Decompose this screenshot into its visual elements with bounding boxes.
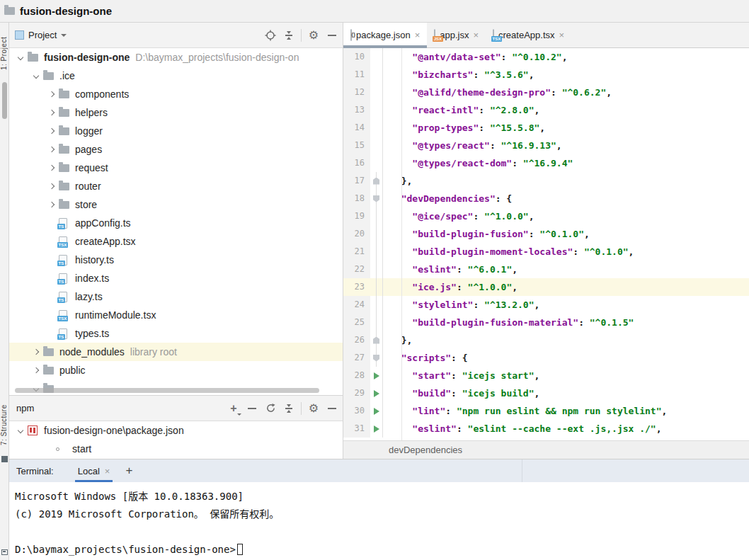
run-script-icon[interactable]: [374, 390, 379, 397]
code-line-29: 29 "build": "icejs build",: [343, 384, 749, 402]
line-number: 30: [343, 402, 370, 420]
fold-up-icon[interactable]: [373, 337, 379, 344]
new-terminal-icon[interactable]: +: [125, 464, 132, 478]
breadcrumb-item[interactable]: devDependencies: [389, 445, 462, 455]
gutter-marker-cell: [370, 296, 383, 314]
tree-row-appConfig.ts[interactable]: TSappConfig.ts: [9, 214, 343, 232]
code-text: },: [383, 331, 749, 349]
chevron-down-icon[interactable]: [18, 428, 23, 433]
breadcrumb[interactable]: devDependencies: [343, 440, 749, 459]
code-editor[interactable]: 10 "@antv/data-set": "^0.10.2",11 "bizch…: [343, 48, 749, 440]
tree-item-label: pages: [75, 144, 102, 155]
project-dropdown-icon[interactable]: [61, 34, 67, 37]
stripe-scroll-thumb[interactable]: [2, 82, 7, 119]
chevron-right-icon[interactable]: [49, 183, 55, 189]
tree-row-history.ts[interactable]: TShistory.ts: [9, 251, 343, 269]
tree-row-router[interactable]: router: [9, 177, 343, 195]
tree-item-label: components: [75, 88, 129, 100]
terminal-output[interactable]: Microsoft Windows [版本 10.0.18363.900](c)…: [9, 482, 749, 559]
run-script-icon[interactable]: [374, 372, 379, 379]
terminal-stripe-icon[interactable]: [1, 549, 8, 555]
code-line-24: 24 "stylelint": "^13.2.0",: [343, 296, 749, 314]
tree-row-node_modules[interactable]: node_moduleslibrary root: [9, 343, 343, 361]
code-text: "eslint": "eslint --cache --ext .js,.jsx…: [383, 420, 749, 438]
editor-tab-app.jsx[interactable]: JSXapp.jsx×: [427, 23, 486, 47]
chevron-right-icon[interactable]: [49, 165, 55, 171]
stripe-project-button[interactable]: 1: Project: [0, 28, 9, 78]
add-script-icon[interactable]: +: [226, 401, 241, 416]
run-script-icon[interactable]: [374, 425, 379, 433]
close-icon[interactable]: ×: [473, 30, 479, 40]
tree-row-fusion-design-one[interactable]: fusion-design-oneD:\baymax_projects\fusi…: [9, 48, 343, 67]
code-line-17: 17 },: [343, 172, 749, 190]
tree-row-helpers[interactable]: helpers: [9, 103, 343, 122]
chevron-right-icon[interactable]: [49, 202, 55, 207]
chevron-cell: [29, 368, 43, 372]
stripe-structure-button[interactable]: 7: Structure: [0, 396, 9, 453]
tree-row-createApp.tsx[interactable]: TSXcreateApp.tsx: [9, 232, 343, 251]
chevron-right-icon[interactable]: [49, 128, 55, 134]
tree-row-.ice[interactable]: .ice: [9, 67, 343, 85]
refresh-icon[interactable]: [263, 401, 278, 416]
settings-gear-icon[interactable]: ⚙: [306, 28, 321, 43]
chevron-down-icon[interactable]: [33, 73, 39, 79]
project-panel-title[interactable]: Project: [28, 30, 57, 40]
npm-icon-cell: [28, 425, 42, 435]
title-bar: fusion-design-one: [0, 0, 749, 23]
code-text: },: [383, 172, 749, 190]
horizontal-scrollbar[interactable]: [15, 388, 319, 393]
npm-root-row[interactable]: fusion-design-one\package.json: [9, 421, 343, 440]
fold-up-icon[interactable]: [373, 178, 379, 185]
structure-icon[interactable]: [1, 456, 8, 462]
collapse-all-icon[interactable]: [281, 401, 297, 416]
chevron-right-icon[interactable]: [33, 367, 39, 373]
tree-item-label: .ice: [59, 70, 75, 81]
fold-down-icon[interactable]: [373, 355, 379, 362]
code-line-11: 11 "bizcharts": "^3.5.6",: [343, 66, 749, 84]
run-script-icon[interactable]: [374, 408, 379, 415]
ts-file-icon: TS: [59, 218, 67, 229]
settings-gear-icon[interactable]: ⚙: [306, 401, 321, 416]
close-icon[interactable]: ×: [559, 30, 565, 40]
code-text: "@antv/data-set": "^0.10.2",: [383, 48, 749, 66]
terminal-cursor: [237, 544, 243, 555]
fold-down-icon[interactable]: [373, 195, 379, 202]
close-icon[interactable]: ×: [105, 466, 110, 476]
chevron-cell: [45, 184, 59, 188]
code-line-26: 26 },: [343, 331, 749, 349]
tab-icon-cell: {}: [350, 30, 352, 40]
tree-row-runtimeModule.tsx[interactable]: TSXruntimeModule.tsx: [9, 306, 343, 324]
line-number: 10: [343, 48, 370, 66]
ts-file-icon: TS: [59, 273, 67, 284]
remove-script-icon[interactable]: [244, 401, 260, 416]
tree-row-pages[interactable]: pages: [9, 140, 343, 159]
tree-row-index.ts[interactable]: TSindex.ts: [9, 269, 343, 287]
folder-icon: [59, 109, 69, 117]
hide-panel-icon[interactable]: [324, 28, 340, 43]
code-text: "lint": "npm run eslint && npm run style…: [383, 402, 749, 420]
tree-row-store[interactable]: store: [9, 195, 343, 214]
editor-tab-createApp.tsx[interactable]: TSXcreateApp.tsx×: [486, 23, 571, 47]
collapse-all-icon[interactable]: [281, 28, 297, 43]
tree-row-logger[interactable]: logger: [9, 122, 343, 140]
chevron-right-icon[interactable]: [49, 91, 55, 97]
tree-row-request[interactable]: request: [9, 159, 343, 177]
code-line-16: 16 "@types/react-dom": "^16.9.4": [343, 154, 749, 172]
chevron-right-icon[interactable]: [33, 349, 39, 355]
tree-row-components[interactable]: components: [9, 85, 343, 103]
hide-panel-icon[interactable]: [324, 401, 340, 416]
npm-script-row-start[interactable]: start: [9, 440, 343, 458]
chevron-right-icon[interactable]: [49, 147, 55, 152]
terminal-tab-local[interactable]: Local ×: [75, 459, 113, 482]
chevron-down-icon[interactable]: [18, 55, 23, 60]
gutter-marker-cell: [370, 119, 383, 137]
tree-row-public[interactable]: public: [9, 361, 343, 379]
tree-row-lazy.ts[interactable]: TSlazy.ts: [9, 287, 343, 306]
chevron-right-icon[interactable]: [49, 110, 55, 115]
locate-file-icon[interactable]: [263, 28, 278, 43]
editor-tab-package.json[interactable]: {}package.json×: [343, 23, 427, 47]
tree-row-types.ts[interactable]: TStypes.ts: [9, 324, 343, 343]
tree-icon-cell: [59, 91, 74, 98]
close-icon[interactable]: ×: [415, 30, 421, 40]
tree-item-label: index.ts: [75, 273, 109, 284]
